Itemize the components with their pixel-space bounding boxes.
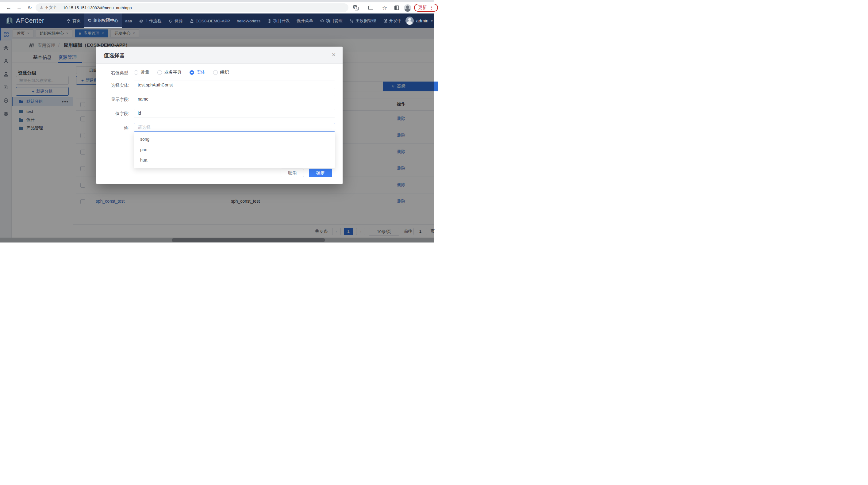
bookmark-star-icon[interactable]: ☆ xyxy=(382,5,387,11)
percent-icon xyxy=(349,19,354,23)
nav-item-eos8-demo-app[interactable]: EOS8-DEMO-APP xyxy=(186,13,234,28)
compass-icon xyxy=(267,19,272,23)
value-selector-dialog: 值选择器 ✕ 右值类型: 常量 业务字典 实体 组织 选择实体: 显示字段: 值… xyxy=(96,46,343,184)
nav-item-master-data[interactable]: 主数据管理 xyxy=(346,13,380,28)
value-field-label: 值字段: xyxy=(96,111,129,117)
heart-icon xyxy=(87,18,92,23)
radio-circle-icon xyxy=(134,70,138,75)
value-dropdown: song pan hua xyxy=(134,131,335,168)
app-navbar: AFCenter 首页 组织权限中心 aaa 工作流程 资源 EOS8-DEMO… xyxy=(0,13,434,28)
browser-toolbar: ← → ↻ ⚠ 不安全 10.15.15.151:13082/#/menu_au… xyxy=(0,2,434,14)
radio-circle-icon xyxy=(213,70,218,75)
browser-profile-avatar[interactable] xyxy=(404,4,411,12)
back-icon[interactable]: ← xyxy=(6,5,11,11)
nav-item-workflow[interactable]: 工作流程 xyxy=(135,13,165,28)
nav-menu: 首页 组织权限中心 aaa 工作流程 资源 EOS8-DEMO-APP hell… xyxy=(63,13,405,28)
warning-icon: ⚠ xyxy=(40,5,43,10)
entity-field-label: 选择实体: xyxy=(96,83,129,88)
user-avatar xyxy=(405,17,414,25)
confirm-button[interactable]: 确定 xyxy=(309,169,332,177)
dialog-title: 值选择器 xyxy=(104,52,125,59)
nav-item-lowcode-menu[interactable]: 低开菜单 xyxy=(293,13,316,28)
security-label[interactable]: 不安全 xyxy=(45,5,57,10)
translate-icon[interactable]: G文 xyxy=(353,5,359,10)
dropdown-option[interactable]: pan xyxy=(134,144,335,155)
app-logo: AFCenter xyxy=(5,17,44,25)
gem-icon xyxy=(66,19,71,23)
radio-group-label: 右值类型: xyxy=(96,70,129,76)
radio-circle-icon xyxy=(190,70,194,75)
close-icon[interactable]: ✕ xyxy=(332,52,336,58)
nav-item-aaa[interactable]: aaa xyxy=(122,13,135,28)
window-top-strip xyxy=(0,0,434,2)
layers-icon xyxy=(320,19,324,23)
url-text[interactable]: 10.15.15.151:13082/#/menu_auth/app xyxy=(63,5,132,10)
address-bar[interactable]: ⚠ 不安全 10.15.15.151:13082/#/menu_auth/app xyxy=(36,3,348,12)
value-select-input[interactable] xyxy=(134,123,335,131)
user-name: admin xyxy=(416,19,429,23)
display-field-label: 显示字段: xyxy=(96,97,129,102)
browser-update-button[interactable]: 更新 ⋮ xyxy=(414,4,434,12)
dialog-header: 值选择器 ✕ xyxy=(96,46,343,64)
radio-entity[interactable]: 实体 xyxy=(190,70,205,75)
address-divider xyxy=(60,5,60,10)
side-panel-icon[interactable] xyxy=(395,5,399,10)
user-menu[interactable]: admin ∨ xyxy=(405,17,433,25)
chevron-down-icon: ∨ xyxy=(431,19,433,22)
nav-item-home[interactable]: 首页 xyxy=(63,13,84,28)
afcenter-logo-icon xyxy=(5,17,13,25)
display-field-input[interactable] xyxy=(134,95,335,103)
nav-item-project-mgmt[interactable]: 项目管理 xyxy=(316,13,346,28)
value-field-input[interactable] xyxy=(134,109,335,118)
nav-item-project-dev[interactable]: 项目开发 xyxy=(264,13,293,28)
radio-constant[interactable]: 常量 xyxy=(134,70,149,75)
nav-item-dev-center-truncated[interactable]: 开发中 xyxy=(380,13,405,28)
reload-icon[interactable]: ↻ xyxy=(28,5,32,11)
scale-icon xyxy=(139,19,144,23)
nav-item-helloworldss[interactable]: helloWorldss xyxy=(234,13,264,28)
value-label: 值: xyxy=(96,125,129,131)
radio-circle-icon xyxy=(157,70,162,75)
radio-organization[interactable]: 组织 xyxy=(213,70,229,75)
nav-overflow-chevron-icon[interactable]: › xyxy=(385,18,387,23)
heart-icon xyxy=(168,19,173,23)
app-brand-name: AFCenter xyxy=(16,17,44,24)
browser-menu-dots-icon: ⋮ xyxy=(429,5,434,10)
cancel-button[interactable]: 取消 xyxy=(281,169,304,177)
nav-item-resources[interactable]: 资源 xyxy=(165,13,186,28)
entity-input[interactable] xyxy=(134,80,335,89)
right-value-type-radio-group: 常量 业务字典 实体 组织 xyxy=(134,70,229,75)
dropdown-option[interactable]: hua xyxy=(134,155,335,165)
flask-icon xyxy=(190,19,194,23)
forward-icon[interactable]: → xyxy=(17,5,22,11)
radio-business-dict[interactable]: 业务字典 xyxy=(157,70,182,75)
dropdown-option[interactable]: song xyxy=(134,134,335,144)
nav-item-org-auth-center[interactable]: 组织权限中心 xyxy=(84,13,122,28)
